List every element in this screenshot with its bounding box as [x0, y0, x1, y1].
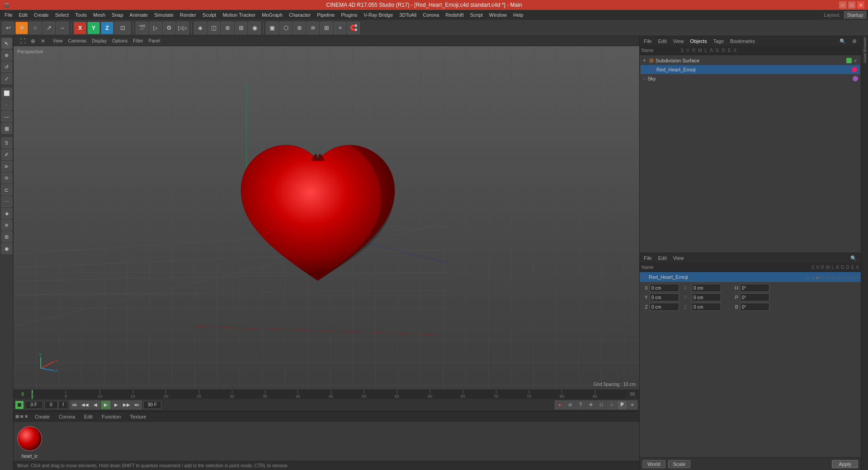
menu-redshift[interactable]: Redshift — [443, 11, 466, 19]
key-sel-btn[interactable]: ? — [576, 400, 585, 409]
tool-btn7[interactable]: ≋ — [1, 220, 12, 230]
wireframe-btn[interactable]: ◫ — [208, 22, 220, 34]
menu-snap[interactable]: Snap — [109, 11, 126, 19]
om-tab-file[interactable]: File — [642, 38, 654, 45]
viewport-menu-options[interactable]: Options — [110, 38, 130, 44]
viewport-icon1[interactable]: ⛶ — [18, 37, 28, 45]
object-item-heart[interactable]: ♡ Red_Heart_Emoji — [641, 65, 860, 74]
attr-search-icon[interactable]: 🔍 — [848, 254, 859, 262]
menu-script[interactable]: Script — [467, 11, 486, 19]
goto-start-btn[interactable]: ⏮ — [70, 400, 80, 409]
prev-frame-btn[interactable]: ◀ — [90, 400, 100, 409]
y-axis-btn[interactable]: Y — [87, 22, 100, 34]
viewport[interactable]: Perspective Grid Spacing : 10 cm — [14, 46, 639, 390]
om-tab-objects[interactable]: Objects — [688, 38, 709, 45]
viewport-menu-filter[interactable]: Filter — [131, 38, 145, 44]
material-slot[interactable]: heart_ic — [15, 424, 44, 459]
bottom-panel-icon2[interactable]: ≋ — [20, 414, 24, 419]
end-frame-input[interactable] — [143, 401, 161, 409]
render-settings-btn[interactable]: ⚙ — [163, 22, 175, 34]
menu-mograph[interactable]: MoGraph — [259, 11, 285, 19]
material-ball[interactable] — [17, 426, 42, 451]
menu-vray-bridge[interactable]: V-Ray Bridge — [361, 11, 396, 19]
render-active-btn[interactable]: ▷▷ — [176, 22, 189, 34]
menu-character[interactable]: Character — [286, 11, 313, 19]
bottom-panel-icon1[interactable]: ⊞ — [15, 414, 19, 419]
poly-mode-btn[interactable]: ▦ — [1, 123, 12, 134]
om-tab-bookmarks[interactable]: Bookmarks — [728, 38, 757, 45]
poly-btn[interactable]: ◉ — [248, 22, 261, 34]
select-tool-btn[interactable]: ↖ — [1, 38, 12, 49]
y-pos-input[interactable] — [650, 293, 679, 301]
timeline-playhead[interactable] — [32, 390, 33, 399]
menu-animate[interactable]: Animate — [127, 11, 151, 19]
snap-btn[interactable]: 🧲 — [347, 22, 360, 34]
tool-btn2[interactable]: ⊳ — [1, 161, 12, 172]
x-pos-input[interactable] — [650, 284, 679, 292]
record-btn[interactable]: ● — [555, 400, 565, 409]
viewport-icon3[interactable]: ✕ — [38, 37, 47, 45]
next-frame-btn[interactable]: ▶ — [111, 400, 121, 409]
om-tab-view[interactable]: View — [671, 38, 686, 45]
prev-key-btn[interactable]: ◀◀ — [80, 400, 90, 409]
minimize-button[interactable]: ─ — [839, 1, 846, 9]
attr-tab-file[interactable]: File — [642, 254, 654, 262]
apply-button[interactable]: Apply — [832, 460, 858, 468]
toolbar-btn3[interactable]: ○ — [29, 22, 42, 34]
tool-btn4[interactable]: ⊏ — [1, 184, 12, 195]
edges-btn[interactable]: ⊞ — [235, 22, 247, 34]
menu-tools[interactable]: Tools — [72, 11, 90, 19]
attr-tab-edit[interactable]: Edit — [656, 254, 669, 262]
tab-create[interactable]: Create — [31, 413, 54, 421]
points-mode-btn[interactable]: · — [1, 99, 12, 110]
viewport-shading1[interactable]: ▣ — [266, 22, 278, 34]
edges-mode-btn[interactable]: — — [1, 111, 12, 122]
attr-tab-view[interactable]: View — [671, 254, 686, 262]
goto-end-btn[interactable]: ⏭ — [132, 400, 142, 409]
deform-btn[interactable]: ≋ — [307, 22, 319, 34]
tool-btn9[interactable]: ◉ — [1, 243, 12, 254]
current-frame-input[interactable] — [25, 401, 43, 409]
viewport-menu-cameras[interactable]: Cameras — [66, 38, 89, 44]
menu-create[interactable]: Create — [31, 11, 52, 19]
render-btn[interactable]: ▷ — [149, 22, 162, 34]
expand-icon[interactable]: ▼ — [642, 58, 646, 63]
menu-3dtoall[interactable]: 3DToAll — [396, 11, 419, 19]
maximize-button[interactable]: □ — [848, 1, 855, 9]
tool-btn3[interactable]: ⟳ — [1, 173, 12, 183]
close-button[interactable]: ✕ — [857, 1, 864, 9]
tool-btn8[interactable]: ⊞ — [1, 231, 12, 242]
frame-input1[interactable] — [44, 401, 58, 409]
om-tab-edit[interactable]: Edit — [656, 38, 669, 45]
rotate-tool-btn[interactable]: ↺ — [1, 61, 12, 72]
menu-mesh[interactable]: Mesh — [90, 11, 108, 19]
coord-system[interactable]: ⌖ — [334, 22, 346, 34]
viewport-grid[interactable]: ⊞ — [320, 22, 333, 34]
attr-object-row[interactable]: ♡ Red_Heart_Emoji ▷▸▶▷▷▷▷▷▷▷ — [640, 272, 861, 282]
bottom-panel-icon3[interactable]: ✕ — [24, 414, 28, 419]
timeline-ruler[interactable]: 051015202530354045505560657075808590 — [32, 390, 626, 399]
sculpt-mode-btn[interactable]: S — [1, 137, 12, 148]
z-axis-btn[interactable]: Z — [101, 22, 113, 34]
tab-function[interactable]: Function — [98, 413, 125, 421]
menu-pipeline[interactable]: Pipeline — [314, 11, 337, 19]
toolbar-btn5[interactable]: ↔ — [56, 22, 69, 34]
x-axis-btn[interactable]: X — [74, 22, 86, 34]
om-tab-tags[interactable]: Tags — [711, 38, 726, 45]
next-key-btn[interactable]: ▶▶ — [122, 400, 132, 409]
frame-input2[interactable] — [58, 401, 68, 409]
menu-simulate[interactable]: Simulate — [151, 11, 176, 19]
menu-window[interactable]: Window — [486, 11, 509, 19]
menu-corona[interactable]: Corona — [420, 11, 442, 19]
object-item-sky[interactable]: ○ Sky — [641, 74, 860, 83]
menu-motion-tracker[interactable]: Motion Tracker — [220, 11, 258, 19]
menu-render[interactable]: Render — [177, 11, 199, 19]
play-btn[interactable]: ▶ — [101, 400, 111, 409]
axis-all-btn[interactable]: ⊡ — [114, 22, 131, 34]
auto-key-btn[interactable]: ⊙ — [565, 400, 575, 409]
viewport-menu-display[interactable]: Display — [90, 38, 109, 44]
key-move-btn[interactable]: ✛ — [586, 400, 596, 409]
tab-texture[interactable]: Texture — [126, 413, 150, 421]
viewport-menu-panel[interactable]: Panel — [146, 38, 163, 44]
tab-corona[interactable]: Corona — [55, 413, 79, 421]
